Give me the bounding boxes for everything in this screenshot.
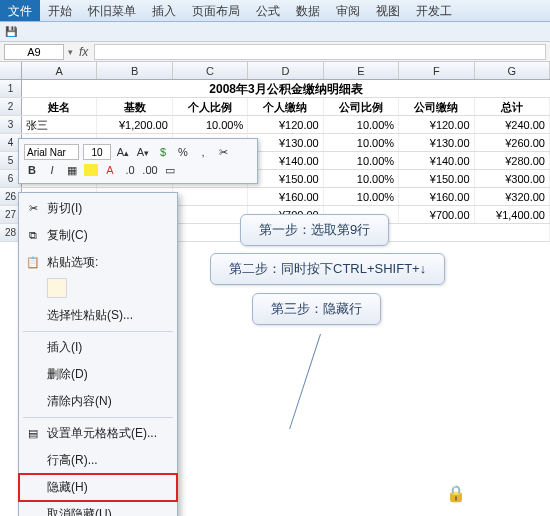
cell[interactable]: ¥280.00	[475, 152, 550, 169]
currency-icon[interactable]: $	[155, 144, 171, 160]
cell[interactable]: 10.00%	[324, 134, 399, 151]
tab-file[interactable]: 文件	[0, 0, 40, 21]
cell[interactable]: 个人缴纳	[248, 98, 323, 115]
menu-hide[interactable]: 隐藏(H)	[19, 474, 177, 501]
col-header-b[interactable]: B	[97, 62, 172, 79]
step-callout-2: 第二步：同时按下CTRL+SHIFT+↓	[210, 253, 445, 285]
cell[interactable]: ¥150.00	[248, 170, 323, 187]
format-painter-icon[interactable]: ✂	[215, 144, 231, 160]
row-header-2[interactable]: 2	[0, 98, 22, 115]
tab-home[interactable]: 开始	[40, 0, 80, 21]
tab-insert[interactable]: 插入	[144, 0, 184, 21]
col-header-e[interactable]: E	[324, 62, 399, 79]
menu-label: 删除(D)	[47, 366, 88, 383]
tab-data[interactable]: 数据	[288, 0, 328, 21]
cell[interactable]: 基数	[97, 98, 172, 115]
font-color-icon[interactable]: A	[102, 162, 118, 178]
font-size-input[interactable]	[83, 144, 111, 160]
cell[interactable]: 张三	[22, 116, 97, 133]
col-header-d[interactable]: D	[248, 62, 323, 79]
cell[interactable]: 10.00%	[324, 116, 399, 133]
cell[interactable]: 10.00%	[324, 170, 399, 187]
font-name-input[interactable]	[24, 144, 79, 160]
menu-insert[interactable]: 插入(I)	[19, 334, 177, 361]
col-header-c[interactable]: C	[173, 62, 248, 79]
cell[interactable]: ¥150.00	[399, 170, 474, 187]
increase-font-icon[interactable]: A▴	[115, 144, 131, 160]
menu-separator	[23, 331, 173, 332]
menu-row-height[interactable]: 行高(R)...	[19, 447, 177, 474]
cell[interactable]: ¥140.00	[399, 152, 474, 169]
qat-save-icon[interactable]: 💾	[2, 24, 20, 40]
col-header-g[interactable]: G	[475, 62, 550, 79]
context-menu: ✂剪切(I) ⧉复制(C) 📋粘贴选项: 选择性粘贴(S)... 插入(I) 删…	[18, 192, 178, 516]
menu-format-cells[interactable]: ▤设置单元格格式(E)...	[19, 420, 177, 447]
tab-formula[interactable]: 公式	[248, 0, 288, 21]
menu-label: 选择性粘贴(S)...	[47, 307, 133, 324]
quick-access-toolbar: 💾	[0, 22, 550, 42]
cell[interactable]: 公司缴纳	[399, 98, 474, 115]
cell[interactable]: ¥300.00	[475, 170, 550, 187]
menu-unhide[interactable]: 取消隐藏(U)	[19, 501, 177, 516]
fill-color-icon[interactable]	[84, 164, 98, 176]
row-header-1[interactable]: 1	[0, 80, 22, 97]
cell[interactable]: 公司比例	[324, 98, 399, 115]
cell[interactable]: 10.00%	[173, 116, 248, 133]
table-row: 1 2008年3月公积金缴纳明细表	[0, 80, 550, 98]
paste-default-icon[interactable]	[47, 278, 67, 298]
ribbon-tabs: 文件 开始 怀旧菜单 插入 页面布局 公式 数据 审阅 视图 开发工	[0, 0, 550, 22]
merge-icon[interactable]: ▭	[162, 162, 178, 178]
menu-paste-special[interactable]: 选择性粘贴(S)...	[19, 302, 177, 329]
tab-view[interactable]: 视图	[368, 0, 408, 21]
increase-decimal-icon[interactable]: .00	[142, 162, 158, 178]
menu-copy[interactable]: ⧉复制(C)	[19, 222, 177, 249]
cell[interactable]: 个人比例	[173, 98, 248, 115]
paste-option-icons	[19, 276, 177, 302]
menu-label: 隐藏(H)	[47, 479, 88, 496]
mini-toolbar: A▴ A▾ $ % , ✂ B I ▦ A .0 .00 ▭	[18, 138, 258, 184]
tab-classic[interactable]: 怀旧菜单	[80, 0, 144, 21]
cell[interactable]: ¥140.00	[248, 152, 323, 169]
decrease-font-icon[interactable]: A▾	[135, 144, 151, 160]
table-row: 2 姓名 基数 个人比例 个人缴纳 公司比例 公司缴纳 总计	[0, 98, 550, 116]
menu-clear[interactable]: 清除内容(N)	[19, 388, 177, 415]
cell[interactable]: ¥130.00	[248, 134, 323, 151]
clipboard-icon: 📋	[25, 255, 41, 271]
cell[interactable]: 姓名	[22, 98, 97, 115]
tab-review[interactable]: 审阅	[328, 0, 368, 21]
comma-icon[interactable]: ,	[195, 144, 211, 160]
cell[interactable]: 10.00%	[324, 152, 399, 169]
menu-label: 粘贴选项:	[47, 254, 98, 271]
col-header-f[interactable]: F	[399, 62, 474, 79]
col-header-a[interactable]: A	[22, 62, 97, 79]
name-box[interactable]: A9	[4, 44, 64, 60]
row-header[interactable]: 3	[0, 116, 22, 133]
cell[interactable]: ¥260.00	[475, 134, 550, 151]
sheet-title[interactable]: 2008年3月公积金缴纳明细表	[22, 80, 550, 97]
tab-dev[interactable]: 开发工	[408, 0, 460, 21]
select-all-corner[interactable]	[0, 62, 22, 79]
percent-icon[interactable]: %	[175, 144, 191, 160]
cell[interactable]: 总计	[475, 98, 550, 115]
fx-icon[interactable]: fx	[73, 45, 94, 59]
cell[interactable]: ¥1,200.00	[97, 116, 172, 133]
menu-delete[interactable]: 删除(D)	[19, 361, 177, 388]
menu-paste-options: 📋粘贴选项:	[19, 249, 177, 276]
column-headers: A B C D E F G	[0, 62, 550, 80]
watermark: 🔒 绿茶软件园 www.33LC.com	[443, 479, 544, 508]
tab-layout[interactable]: 页面布局	[184, 0, 248, 21]
cell[interactable]: ¥130.00	[399, 134, 474, 151]
italic-button[interactable]: I	[44, 162, 60, 178]
border-icon[interactable]: ▦	[64, 162, 80, 178]
menu-label: 取消隐藏(U)	[47, 506, 112, 516]
menu-label: 行高(R)...	[47, 452, 98, 469]
menu-cut[interactable]: ✂剪切(I)	[19, 195, 177, 222]
menu-label: 设置单元格格式(E)...	[47, 425, 157, 442]
cell[interactable]: ¥120.00	[248, 116, 323, 133]
cell[interactable]: ¥240.00	[475, 116, 550, 133]
cell[interactable]: ¥120.00	[399, 116, 474, 133]
watermark-name: 绿茶软件园	[475, 479, 544, 497]
bold-button[interactable]: B	[24, 162, 40, 178]
formula-input[interactable]	[94, 44, 546, 60]
decrease-decimal-icon[interactable]: .0	[122, 162, 138, 178]
